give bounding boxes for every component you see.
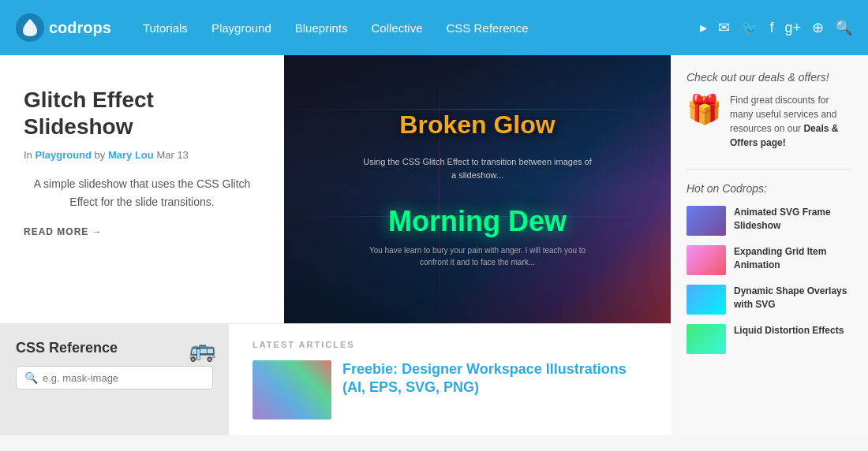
slide-title-1: Broken Glow [361, 110, 593, 140]
featured-title: Glitch Effect Slideshow [24, 87, 260, 140]
logo-text: codrops [49, 19, 111, 37]
article-thumbnail [253, 360, 331, 419]
latest-label: LATEST ARTICLES [253, 340, 647, 349]
slide-title-2: Morning Dew [361, 205, 593, 238]
nav-blueprints[interactable]: Blueprints [295, 21, 348, 35]
css-search-box[interactable]: 🔍 [16, 366, 213, 390]
featured-category[interactable]: Playground [35, 149, 92, 161]
read-more-link[interactable]: READ MORE → [24, 226, 260, 237]
nav-playground[interactable]: Playground [211, 21, 271, 35]
nav-tutorials[interactable]: Tutorials [143, 21, 188, 35]
hot-item-label-2: Expanding Grid Item Animation [734, 245, 852, 272]
slide-description-2: You have learn to bury your pain with an… [361, 244, 593, 268]
hot-section: Hot on Codrops: Animated SVG Frame Slide… [687, 169, 852, 354]
search-icon[interactable]: 🔍 [835, 19, 852, 36]
main-nav: Tutorials Playground Blueprints Collecti… [143, 21, 529, 35]
deals-title: Check out our deals & offers! [687, 71, 852, 84]
logo-drop-icon [16, 13, 44, 42]
hot-thumb-4 [687, 324, 726, 354]
featured-author[interactable]: Mary Lou [108, 149, 154, 161]
slide-content: Broken Glow Using the CSS Glitch Effect … [361, 110, 593, 268]
featured-text: Glitch Effect Slideshow In Playground by… [0, 55, 284, 323]
nav-css-reference[interactable]: CSS Reference [447, 21, 529, 35]
featured-image: Broken Glow Using the CSS Glitch Effect … [284, 55, 671, 323]
slideshow-preview: Broken Glow Using the CSS Glitch Effect … [284, 55, 671, 323]
bottom-section: CSS Reference 🚌 🔍 LATEST ARTICLES Freebi… [0, 324, 671, 435]
hot-thumb-3 [687, 285, 726, 315]
header-social-icons: ▸ ✉ 🐦 f g+ ⊕ 🔍 [700, 19, 852, 36]
site-header: codrops Tutorials Playground Blueprints … [0, 0, 868, 55]
content-area: Glitch Effect Slideshow In Playground by… [0, 55, 671, 435]
article-info: Freebie: Designer Workspace Illustration… [342, 360, 647, 397]
email-icon[interactable]: ✉ [718, 19, 730, 36]
hot-item-label-1: Animated SVG Frame Slideshow [734, 206, 852, 233]
gift-icon: 🎁 [687, 93, 722, 126]
css-ref-title: CSS Reference [16, 340, 213, 356]
hot-item-3[interactable]: Dynamic Shape Overlays with SVG [687, 285, 852, 315]
hot-thumb-1 [687, 206, 726, 236]
nav-collective[interactable]: Collective [371, 21, 422, 35]
hot-item-4[interactable]: Liquid Distortion Effects [687, 324, 852, 354]
deals-section: Check out our deals & offers! 🎁 Find gre… [687, 71, 852, 150]
dribbble-icon[interactable]: ⊕ [812, 19, 824, 36]
site-logo[interactable]: codrops [16, 13, 111, 42]
latest-articles: LATEST ARTICLES Freebie: Designer Worksp… [229, 324, 671, 435]
hot-item-label-3: Dynamic Shape Overlays with SVG [734, 285, 852, 311]
deals-text: Find great discounts for many useful ser… [730, 93, 852, 150]
deals-content: 🎁 Find great discounts for many useful s… [687, 93, 852, 150]
hot-title: Hot on Codrops: [687, 182, 852, 195]
hot-item-label-4: Liquid Distortion Effects [734, 324, 844, 337]
article-preview: Freebie: Designer Workspace Illustration… [253, 360, 647, 419]
sidebar: Check out our deals & offers! 🎁 Find gre… [671, 55, 868, 435]
article-title[interactable]: Freebie: Designer Workspace Illustration… [342, 360, 647, 397]
facebook-icon[interactable]: f [769, 20, 773, 36]
main-container: Glitch Effect Slideshow In Playground by… [0, 55, 868, 435]
featured-article: Glitch Effect Slideshow In Playground by… [0, 55, 671, 324]
hot-item-2[interactable]: Expanding Grid Item Animation [687, 245, 852, 275]
css-reference-widget: CSS Reference 🚌 🔍 [0, 324, 229, 435]
search-icon: 🔍 [24, 371, 38, 384]
featured-meta: In Playground by Mary Lou Mar 13 [24, 149, 260, 161]
featured-description: A simple slideshow that uses the CSS Gli… [24, 175, 260, 211]
bus-emoji: 🚌 [189, 337, 216, 363]
hot-item-1[interactable]: Animated SVG Frame Slideshow [687, 206, 852, 236]
hot-thumb-2 [687, 245, 726, 275]
css-search-input[interactable] [43, 372, 204, 384]
twitter-icon[interactable]: 🐦 [741, 19, 758, 36]
slide-description-1: Using the CSS Glitch Effect to transitio… [361, 155, 593, 181]
google-plus-icon[interactable]: g+ [784, 20, 801, 36]
rss-icon[interactable]: ▸ [700, 19, 707, 36]
